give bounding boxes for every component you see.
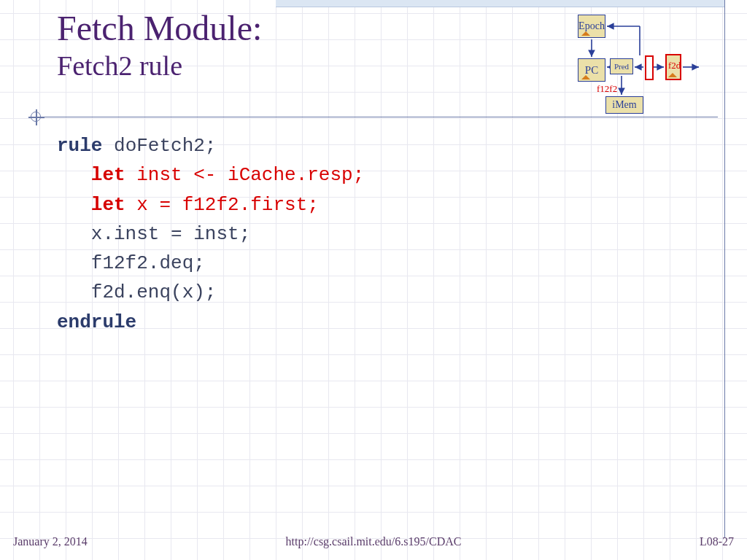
code-line-4: x.inst = inst; [91,223,250,245]
title-block: Fetch Module: Fetch2 rule [57,10,262,82]
diagram-label-epoch: Epoch [578,20,605,32]
code-block: rule doFetch2; let inst <- iCache.resp; … [57,131,364,337]
kw-endrule: endrule [57,311,136,333]
diagram-box-pred: Pred [610,58,633,74]
footer-url: http://csg.csail.mit.edu/6.s195/CDAC [0,535,747,548]
register-chevron-icon [581,31,590,36]
title-underline [29,117,718,117]
diagram-box-epoch: Epoch [578,15,605,38]
diagram-label-f12f2: f12f2 [597,83,617,95]
rule-name: doFetch2; [102,135,216,157]
code-line-5: f12f2.deq; [91,252,205,274]
title-bullet-icon [31,112,41,122]
code-line-2: inst <- iCache.resp; [125,164,365,186]
right-rule [724,0,725,538]
diagram-fifo-f12f2 [645,55,654,80]
pipeline-diagram: Epoch PC Pred iMem f12f2 f2d [570,15,724,117]
code-line-3: x = f12f2.first; [125,194,319,216]
diagram-label-pc: PC [585,64,598,77]
kw-rule: rule [57,135,102,157]
kw-let-1: let [91,164,125,186]
register-chevron-icon [668,73,677,77]
footer-page: L08-27 [700,535,734,548]
diagram-label-f2d: f2d [668,60,681,71]
footer: January 2, 2014 http://csg.csail.mit.edu… [0,535,747,553]
title-sub: Fetch2 rule [57,50,262,82]
title-main: Fetch Module: [57,10,262,47]
register-chevron-icon [581,75,590,79]
diagram-box-pc: PC [578,58,605,82]
diagram-box-imem: iMem [605,96,643,114]
top-accent-bar [276,0,725,7]
kw-let-2: let [91,194,125,216]
diagram-label-pred: Pred [614,62,629,71]
code-line-6: f2d.enq(x); [91,281,217,303]
diagram-label-imem: iMem [612,99,636,111]
